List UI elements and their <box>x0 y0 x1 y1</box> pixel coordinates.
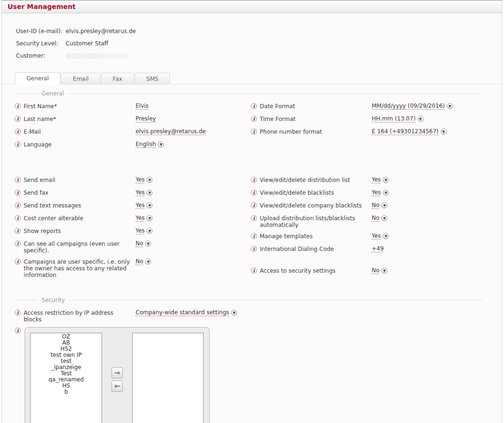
field-value[interactable]: +49 <box>372 245 384 252</box>
tab[interactable]: SMS <box>135 73 171 84</box>
dropdown-icon[interactable]: ▼ <box>381 268 387 274</box>
field-value[interactable]: No <box>372 215 379 222</box>
ip-blocks-selected-list[interactable] <box>132 333 204 423</box>
field-value[interactable]: Yes <box>136 176 145 183</box>
info-icon[interactable]: i <box>15 116 21 122</box>
dropdown-icon[interactable]: ▼ <box>146 190 153 196</box>
info-icon[interactable]: i <box>251 268 257 274</box>
field-value[interactable]: No <box>372 267 379 274</box>
info-icon[interactable]: i <box>15 141 21 147</box>
dropdown-icon[interactable]: ▼ <box>381 202 387 208</box>
info-icon[interactable]: i <box>251 246 257 252</box>
field-value[interactable]: English <box>136 141 156 148</box>
ip-blocks-row: i OZ AB HS2 test own IP test <box>15 327 483 423</box>
info-icon[interactable]: i <box>15 103 21 109</box>
move-left-button[interactable]: ← <box>111 380 123 392</box>
info-icon[interactable]: i <box>15 177 21 183</box>
field-value[interactable]: MM/dd/yyyy (09/29/2016) <box>372 103 445 110</box>
info-icon[interactable]: i <box>251 202 257 208</box>
dropdown-icon[interactable]: ▼ <box>381 215 387 221</box>
field-value[interactable]: No <box>372 202 379 209</box>
dropdown-icon[interactable]: ▼ <box>383 233 389 239</box>
tab[interactable]: Email <box>61 73 100 84</box>
dropdown-icon[interactable]: ▼ <box>146 202 153 208</box>
form-row: i International Dialing Code +49 ▼ <box>251 245 483 254</box>
field-value[interactable]: Yes <box>136 215 145 222</box>
dropdown-icon[interactable]: ▼ <box>441 129 447 135</box>
dropdown-icon[interactable]: ▼ <box>145 259 151 265</box>
info-icon[interactable]: i <box>251 215 257 221</box>
info-icon[interactable]: i <box>15 259 21 265</box>
tab-panel-general: General i First Name* Elvis ▼ <box>2 85 502 423</box>
form-row: i View/edit/delete blacklists Yes ▼ <box>251 189 483 198</box>
field-value[interactable]: Yes <box>136 189 145 196</box>
dropdown-icon[interactable]: ▼ <box>146 228 153 234</box>
field-value-wrap: Yes ▼ <box>136 202 153 209</box>
form-row: i Language English ▼ <box>15 141 251 149</box>
dropdown-icon[interactable]: ▼ <box>158 141 164 147</box>
user-info-label: User-ID (e-mail): <box>16 27 66 35</box>
field-value[interactable]: Yes <box>136 227 145 234</box>
info-icon[interactable]: i <box>15 215 21 221</box>
field-value[interactable]: E 164 (+49301234567) <box>372 128 439 135</box>
info-icon[interactable]: i <box>15 241 21 247</box>
info-icon[interactable]: i <box>251 190 257 196</box>
field-value-wrap: HH.mm (13.07) ▼ <box>372 115 424 122</box>
tab[interactable]: Fax <box>101 73 134 84</box>
field-label: Access restriction by IP address blocks <box>24 309 132 323</box>
info-icon[interactable]: i <box>15 202 21 208</box>
dropdown-icon[interactable]: ▼ <box>231 310 237 316</box>
field-value[interactable]: Presley <box>136 115 156 122</box>
ip-blocks-move-buttons: → ← <box>102 333 132 423</box>
info-icon[interactable]: i <box>251 177 257 183</box>
info-icon[interactable]: i <box>15 310 21 316</box>
field-value-wrap: Yes ▼ <box>136 227 153 234</box>
ip-blocks-available-list[interactable]: OZ AB HS2 test own IP test _ipanzeige <box>30 333 102 423</box>
dropdown-icon[interactable]: ▼ <box>418 116 424 122</box>
field-value[interactable]: Elvis <box>136 103 149 110</box>
info-icon[interactable]: i <box>251 233 257 239</box>
tab-bar: General Email Fax SMS <box>2 72 502 85</box>
field-value-wrap: Elvis ▼ <box>136 103 149 110</box>
dropdown-icon[interactable]: ▼ <box>383 177 389 183</box>
field-value-wrap: English ▼ <box>136 141 164 148</box>
field-value-wrap: No ▼ <box>372 202 387 209</box>
field-value[interactable]: Yes <box>372 189 381 196</box>
field-value[interactable]: Yes <box>372 233 381 240</box>
arrow-left-icon: ← <box>114 382 120 390</box>
dropdown-icon[interactable]: ▼ <box>447 103 453 109</box>
user-info-value: elvis.presley@retarus.de <box>66 27 136 35</box>
dropdown-icon[interactable]: ▼ <box>383 190 389 196</box>
field-value[interactable]: No <box>136 240 143 247</box>
field-value-wrap: Presley ▼ <box>136 115 156 122</box>
info-icon[interactable]: i <box>251 129 257 135</box>
field-value[interactable]: Company-wide standard settings <box>136 309 229 316</box>
field-label: View/edit/delete company blacklists <box>260 202 368 209</box>
dropdown-icon[interactable]: ▼ <box>145 241 151 247</box>
form-row: i E-Mail elvis.presley@retarus.de ▼ <box>15 128 251 137</box>
info-icon[interactable]: i <box>15 228 21 234</box>
field-value[interactable]: HH.mm (13.07) <box>372 115 416 122</box>
field-value[interactable]: No <box>136 258 143 265</box>
move-right-button[interactable]: → <box>111 367 123 379</box>
info-icon[interactable]: i <box>251 116 257 122</box>
field-label: Manage templates <box>260 233 368 240</box>
form-row: i Show reports Yes ▼ <box>15 227 251 236</box>
info-icon[interactable]: i <box>251 103 257 109</box>
user-info-row: Security Level: Customer Staff <box>16 40 502 48</box>
info-icon[interactable]: i <box>15 129 21 135</box>
field-value[interactable]: Yes <box>372 176 381 183</box>
field-value[interactable]: elvis.presley@retarus.de <box>136 128 206 135</box>
general-fields-left: i First Name* Elvis ▼ i Last name* Presl… <box>15 103 251 154</box>
dropdown-icon[interactable]: ▼ <box>146 215 153 221</box>
info-icon[interactable]: i <box>15 328 21 334</box>
form-row: i View/edit/delete distribution list Yes… <box>251 176 483 185</box>
field-value-wrap: No ▼ <box>372 215 387 222</box>
list-item[interactable]: b <box>31 389 102 395</box>
info-icon[interactable]: i <box>15 190 21 196</box>
field-value[interactable]: Yes <box>136 202 145 209</box>
dropdown-icon[interactable]: ▼ <box>146 177 153 183</box>
field-label: Send text messages <box>24 202 132 209</box>
field-label: Last name* <box>24 115 132 122</box>
tab[interactable]: General <box>15 72 60 85</box>
